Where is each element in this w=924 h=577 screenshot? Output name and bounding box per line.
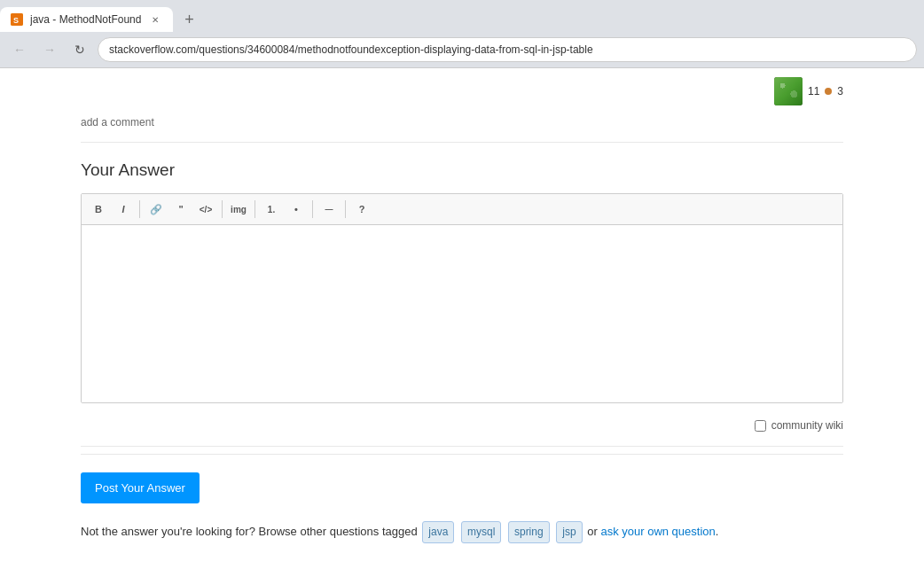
- code-button[interactable]: </>: [194, 198, 217, 221]
- tag-mysql[interactable]: mysql: [461, 521, 501, 543]
- blockquote-button[interactable]: ": [169, 198, 192, 221]
- toolbar-sep-3: [254, 200, 255, 218]
- image-button[interactable]: img: [227, 198, 250, 221]
- community-wiki-label[interactable]: community wiki: [771, 419, 843, 432]
- avatar-pixel: [774, 77, 803, 105]
- ordered-list-button[interactable]: 1.: [260, 198, 283, 221]
- tab-title: java - MethodNotFound: [30, 13, 141, 26]
- content-wrapper: 11 3 add a comment Your Answer B I 🔗 " <…: [63, 68, 861, 568]
- unordered-list-button[interactable]: •: [285, 198, 308, 221]
- italic-button[interactable]: I: [112, 198, 135, 221]
- toolbar-sep-2: [222, 200, 223, 218]
- divider-1: [81, 446, 843, 447]
- address-bar[interactable]: stackoverflow.com/questions/34600084/met…: [98, 37, 917, 62]
- reload-button[interactable]: ↻: [67, 37, 92, 62]
- your-answer-section: Your Answer B I 🔗 " </> img 1. • —: [81, 143, 843, 568]
- tab-close-button[interactable]: ✕: [148, 12, 162, 27]
- your-answer-title: Your Answer: [81, 160, 843, 180]
- add-comment-link[interactable]: add a comment: [81, 116, 154, 129]
- editor-toolbar: B I 🔗 " </> img 1. • — ?: [82, 194, 842, 225]
- toolbar-sep-4: [312, 200, 313, 218]
- not-answer-text-before: Not the answer you're looking for? Brows…: [81, 525, 418, 538]
- divider-2: [81, 454, 843, 455]
- page-content: 11 3 add a comment Your Answer B I 🔗 " <…: [0, 68, 924, 577]
- community-wiki-row: community wiki: [81, 412, 843, 439]
- address-bar-row: ← → ↻ stackoverflow.com/questions/346000…: [0, 32, 924, 67]
- forward-button[interactable]: →: [37, 37, 62, 62]
- url-text: stackoverflow.com/questions/34600084/met…: [109, 43, 593, 56]
- bronze-count: 3: [837, 85, 843, 97]
- tab-favicon: S: [11, 13, 23, 26]
- tag-java[interactable]: java: [422, 521, 454, 543]
- help-button[interactable]: ?: [350, 198, 373, 221]
- answer-textarea[interactable]: [82, 225, 842, 402]
- post-answer-button[interactable]: Post Your Answer: [81, 472, 200, 503]
- back-button[interactable]: ←: [7, 37, 32, 62]
- ask-own-question-link[interactable]: ask your own question: [600, 525, 715, 538]
- new-tab-button[interactable]: +: [176, 7, 201, 32]
- browser-chrome: S java - MethodNotFound ✕ + ← → ↻ stacko…: [0, 0, 924, 68]
- period: .: [716, 525, 719, 538]
- link-button[interactable]: 🔗: [145, 198, 168, 221]
- community-wiki-checkbox[interactable]: [755, 420, 766, 432]
- hr-button[interactable]: —: [317, 198, 341, 221]
- top-area: 11 3: [81, 68, 843, 110]
- bold-button[interactable]: B: [87, 198, 110, 221]
- toolbar-sep-5: [345, 200, 346, 218]
- tab-bar: S java - MethodNotFound ✕ +: [0, 0, 924, 32]
- not-answer-row: Not the answer you're looking for? Brows…: [81, 514, 843, 550]
- editor-body: [82, 225, 842, 402]
- add-comment-row: add a comment: [81, 110, 843, 143]
- not-answer-or: or: [587, 525, 598, 538]
- bronze-dot: [825, 88, 832, 95]
- user-score: 11: [808, 85, 819, 97]
- user-avatar: [774, 77, 803, 105]
- tag-jsp[interactable]: jsp: [556, 521, 582, 543]
- post-btn-row: Post Your Answer: [81, 462, 843, 514]
- tag-spring[interactable]: spring: [508, 521, 550, 543]
- svg-text:S: S: [13, 16, 19, 25]
- toolbar-sep-1: [139, 200, 140, 218]
- active-tab[interactable]: S java - MethodNotFound ✕: [0, 7, 173, 32]
- editor-container: B I 🔗 " </> img 1. • — ?: [81, 193, 843, 403]
